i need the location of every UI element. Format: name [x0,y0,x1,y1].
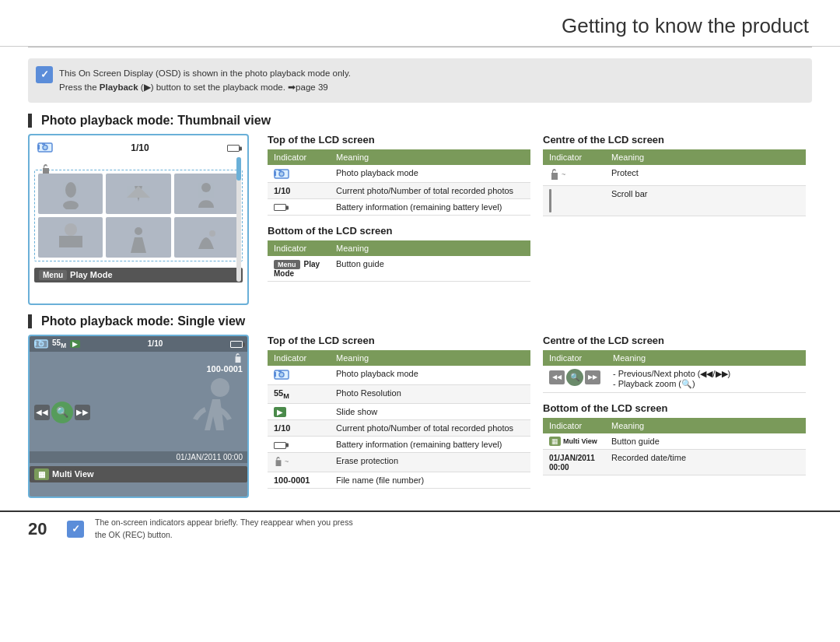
lcd-bottom-bar-thumb: Menu Play Mode [34,268,243,282]
indicator-cell [543,185,605,216]
indicator-cell: 1/10 [268,182,330,198]
section2-top-lcd: Top of the LCD screen Indicator Meaning … [261,335,537,498]
col-meaning-b1: Meaning [330,240,530,256]
date-text: 01/JAN/2011 00:00 [176,453,243,461]
meaning-cell: Battery information (remaining battery l… [330,436,530,452]
meaning-cell: Battery information (remaining battery l… [330,198,530,215]
lcd-top-bar: 1/10 [34,140,243,156]
thumbnail-grid [34,170,243,261]
table-row: Photo playback mode [268,366,530,385]
thumb-5 [106,217,170,258]
svg-point-13 [279,171,284,176]
meaning-cell: Current photo/Number of total recorded p… [330,419,530,436]
meaning-cell: File name (file number) [330,472,530,488]
indicator-cell [268,165,330,183]
single-lcd-topbar: 55M ▶ 1/10 [30,336,247,352]
meaning-cell: Scroll bar [605,185,806,216]
indicator-cell: 01/JAN/2011 00:00 [543,449,605,475]
centre-lcd-table-1: Indicator Meaning ~ Protect [543,149,806,216]
page-title: Getting to know the product [31,14,809,38]
col-meaning-1: Meaning [330,149,530,165]
svg-point-6 [201,183,211,192]
lcd-single-panel: 55M ▶ 1/10 100-0001 ◀◀ 🔍 ▶▶ [28,335,249,498]
table-row: 55M Photo Resolution [268,384,530,403]
indicator-cell: ▶ [268,403,330,419]
svg-rect-12 [274,171,276,176]
indicator-cell: Menu Play Mode [268,256,330,282]
indicator-cell: ◀◀ 🔍 ▶▶ [543,366,607,393]
svg-point-5 [63,201,79,209]
table-row: 100-0001 File name (file number) [268,472,530,488]
bottom-lcd-table-2: Indicator Meaning ▦ Multi View Button gu… [543,418,806,475]
meaning-cell: Photo playback mode [330,366,530,385]
centre-lcd-heading-1: Centre of the LCD screen [543,134,806,146]
header-divider [28,47,812,47]
page-header: Getting to know the product [0,0,840,47]
single-main-area: ◀◀ 🔍 ▶▶ [30,374,247,451]
table-row: ▶ Slide show [268,403,530,419]
single-date: 01/JAN/2011 00:00 [30,451,247,463]
svg-point-22 [279,372,284,377]
info-line2: Press the Playback (▶) button to set the… [59,80,801,94]
svg-rect-7 [59,236,82,247]
table-row: ▦ Multi View Button guide [543,433,806,450]
info-box: ✓ This On Screen Display (OSD) is shown … [28,58,812,103]
page-num-value: 20 [28,519,47,539]
section1-top-lcd: Top of the LCD screen Indicator Meaning … [261,134,537,305]
meaning-cell: Photo Resolution [330,384,530,403]
col-indicator-1: Indicator [268,149,330,165]
indicator-cell: ~ [268,452,330,472]
svg-rect-21 [274,372,276,377]
top-lcd-table-2: Indicator Meaning Photo playback mode 55… [268,350,530,489]
table-row: ~ Erase protection [268,452,530,472]
col-mng-b2: Meaning [605,418,806,433]
section1-title: Photo playback mode: Thumbnail view [28,114,812,128]
svg-rect-1 [37,145,40,149]
col-indicator-c1: Indicator [543,149,605,165]
table-row: 01/JAN/2011 00:00 Recorded date/time [543,449,806,475]
multi-icon: ▦ [34,468,49,480]
svg-rect-23 [278,370,282,372]
meaning-cell: Button guide [330,256,530,282]
next-btn[interactable]: ▶▶ [75,405,90,420]
indicator-cell: ▦ Multi View [543,433,605,450]
bottom-lcd-heading-1: Bottom of the LCD screen [268,225,530,237]
multi-view-label: Multi View [52,469,94,479]
svg-point-9 [135,227,142,235]
page-footer: 20 ✓ The on-screen indicators appear bri… [0,510,840,542]
centre-lcd-table-2: Indicator Meaning ◀◀ 🔍 ▶▶ - Previous/Nex… [543,350,806,393]
indicator-cell: ~ [543,165,605,186]
footer-note-text: The on-screen indicators appear briefly.… [95,517,359,542]
col-ind-c2: Indicator [543,350,607,366]
thumb-4 [38,217,103,258]
centre-lcd-heading-2: Centre of the LCD screen [543,335,806,346]
svg-rect-3 [42,143,45,145]
lcd-photo-icon [37,142,53,154]
indicator-cell [268,436,330,452]
page-number: 20 [28,519,56,539]
indicator-cell [268,198,330,215]
table-row: Battery information (remaining battery l… [268,198,530,215]
bottom-lcd-heading-2: Bottom of the LCD screen [543,402,806,414]
indicator-cell: 55M [268,384,330,403]
zoom-btn[interactable]: 🔍 [51,402,73,423]
col-indicator-b1: Indicator [268,240,330,256]
svg-point-4 [65,182,76,198]
indicator-cell [268,366,330,385]
section2-title: Photo playback mode: Single view [28,314,812,328]
thumb-6 [174,217,239,258]
table-row: 1/10 Current photo/Number of total recor… [268,419,530,436]
prev-btn[interactable]: ◀◀ [34,405,50,420]
play-mode-label: Play Mode [70,270,112,279]
menu-btn-label: Menu [39,270,67,280]
slideshow-icon: ▶ [70,340,80,348]
thumb-2 [106,174,170,214]
meaning-cell: Button guide [605,433,806,450]
single-lock-row [30,352,247,364]
col-ind-b2: Indicator [543,418,605,433]
svg-point-2 [43,145,47,149]
thumb-1 [38,174,103,214]
svg-rect-18 [38,340,41,342]
indicator-cell: 1/10 [268,419,330,436]
indicator-cell: 100-0001 [268,472,330,488]
